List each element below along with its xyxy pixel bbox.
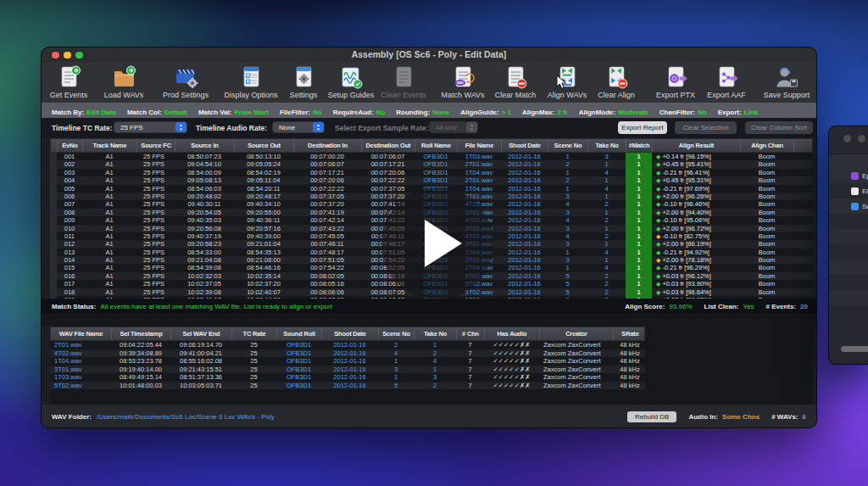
row-gutter: [50, 160, 57, 168]
row-gutter: [50, 225, 57, 232]
wav-table[interactable]: 2T01.wav09:04:22:05.4409:06:19:14.7025OF…: [50, 341, 645, 389]
column-header[interactable]: TC Rate: [232, 327, 277, 340]
event-cell: 008: [57, 209, 82, 216]
wav-row[interactable]: 1T04.wav08:53:23:23.7808:55:16:02.0825OF…: [50, 357, 645, 366]
column-header[interactable]: [51, 139, 58, 152]
wav-row[interactable]: 3T01.wav09:19:40:14.0009:21:43:15.5125OF…: [50, 366, 645, 374]
column-header[interactable]: Sound Roll: [277, 327, 322, 340]
event-cell: 09:40:30:11: [175, 200, 234, 208]
event-cell: 1: [626, 216, 652, 224]
finder-empty-row: [829, 275, 868, 290]
param-item: Export:Link: [718, 103, 758, 118]
toolbar-setup-guides-button[interactable]: Setup Guides: [321, 64, 381, 102]
finder-item[interactable]: Sc: [829, 198, 868, 214]
toolbar-load-wavs-button[interactable]: Load WAVs: [94, 64, 153, 102]
toolbar-clear-match-button[interactable]: Clear Match: [486, 64, 545, 102]
wav-cell: 09:04:22:05.44: [111, 341, 170, 349]
wav-row[interactable]: 2T01.wav09:04:22:05.4409:06:19:14.7025OF…: [50, 341, 645, 349]
finder-name-column-header[interactable]: Na: [829, 154, 868, 169]
column-header[interactable]: Destination In: [294, 139, 362, 152]
toolbar-clear-align-button[interactable]: Clear Align: [587, 64, 646, 102]
wav-row[interactable]: 1T03.wav08:49:49:15.1408:51:37:13.3625OF…: [50, 373, 645, 382]
event-cell: 001: [57, 153, 82, 160]
column-header[interactable]: Sel Timestamp: [112, 327, 171, 340]
column-header[interactable]: Track Name: [83, 139, 137, 152]
column-header[interactable]: Shoot Date: [502, 139, 548, 152]
column-header[interactable]: #Match: [626, 139, 653, 152]
event-cell: 2: [548, 160, 587, 168]
finder-empty-row: [829, 305, 868, 321]
column-header[interactable]: Creator: [540, 327, 614, 340]
toolbar-get-events-button[interactable]: Get Events: [41, 64, 98, 102]
column-header[interactable]: Scene No: [548, 139, 588, 152]
toolbar-label: Clean Events: [374, 91, 433, 99]
event-cell: 4: [548, 200, 587, 208]
column-header[interactable]: Take No: [588, 139, 626, 152]
toolbar-match-wavs-button[interactable]: WAVMatch WAVs: [433, 64, 492, 102]
event-row[interactable]: 002A125 FPS09:04:54:1009:05:05:2400:07:0…: [50, 160, 813, 168]
finder-file-list[interactable]: EpElSc: [829, 168, 868, 335]
column-header[interactable]: EvNo: [58, 139, 83, 152]
column-header[interactable]: [794, 139, 812, 152]
column-header[interactable]: SRate: [614, 327, 648, 340]
event-row[interactable]: 001A125 FPS08:50:07:2308:50:13:1000:07:0…: [50, 153, 813, 160]
wav-cell: Zaxcom ZaxConvert: [539, 357, 613, 366]
video-play-overlay[interactable]: [381, 187, 493, 299]
wav-folder-path: /Users/mark/Documents/Sc6 Loc/Scene 6 Lo…: [97, 413, 275, 421]
finder-item[interactable]: Ep: [829, 168, 868, 183]
event-cell: 1: [626, 280, 652, 288]
filler-cell: [793, 176, 813, 184]
column-header[interactable]: Source FC: [137, 139, 175, 152]
align-quality-diamond-icon: ◆: [656, 193, 660, 199]
wav-row[interactable]: 5T02.wav10:01:48:00.0310:03:05:03.7125OF…: [50, 382, 645, 390]
toolbar-save-support-button[interactable]: Save Support: [757, 64, 816, 102]
event-cell: 1: [587, 193, 626, 200]
event-cell: Boom: [740, 153, 793, 160]
export-report-button[interactable]: Export Report: [618, 121, 667, 134]
wav-cell: 09:06:19:14.70: [170, 341, 231, 349]
event-cell: 25 FPS: [136, 280, 175, 288]
column-header[interactable]: File Name: [458, 139, 502, 152]
event-row[interactable]: 004A125 FPS09:05:08:1309:05:11:0400:07:2…: [50, 176, 813, 184]
column-header[interactable]: Scene No: [379, 327, 415, 340]
column-header[interactable]: Align Result: [653, 139, 741, 152]
event-row[interactable]: 003A125 FPS08:54:00:0908:54:02:1900:07:1…: [50, 169, 813, 176]
event-table-header[interactable]: EvNoTrack NameSource FCSource InSource O…: [50, 138, 813, 153]
filler-cell: [793, 232, 813, 240]
column-header[interactable]: Roll Name: [415, 139, 458, 152]
event-cell: 00:07:06:07: [293, 160, 361, 168]
column-header[interactable]: WAV File Name: [51, 327, 112, 340]
column-header[interactable]: Take No: [415, 327, 457, 340]
clear-column-sort-button[interactable]: Clear Column Sort: [745, 121, 813, 134]
background-finder-window[interactable]: Na EpElSc: [828, 126, 868, 365]
clear-selection-button[interactable]: Clear Selection: [675, 121, 737, 134]
tc-rate-dropdown[interactable]: 25 FPS ▲▼: [114, 121, 187, 133]
titlebar[interactable]: Assembly [OS Sc6 - Poly - Edit Data]: [42, 47, 816, 62]
toolbar-export-aaf-button[interactable]: Export AAF: [697, 64, 756, 102]
column-header[interactable]: Source Out: [235, 139, 294, 152]
wav-row[interactable]: 4T02.wav09:39:34:08.8909:41:00:04.2125OF…: [50, 349, 645, 358]
toolbar-prod-settings-button[interactable]: Prod Settings: [156, 64, 215, 102]
column-header[interactable]: Shoot Date: [322, 327, 379, 340]
column-header[interactable]: Destination Out: [362, 139, 415, 152]
wav-table-side-panel: [645, 327, 813, 389]
column-header[interactable]: Has Audio: [485, 327, 540, 340]
event-cell: 25 FPS: [136, 200, 175, 208]
wav-cell: 25: [231, 357, 276, 366]
finder-item[interactable]: El: [829, 183, 868, 198]
event-cell: 1: [626, 200, 652, 208]
event-cell: 25 FPS: [136, 232, 175, 240]
align-quality-diamond-icon: ◆: [656, 226, 660, 232]
column-header[interactable]: Sel WAV End: [171, 327, 232, 340]
audio-rate-dropdown[interactable]: None ▲▼: [272, 121, 325, 133]
column-header[interactable]: # Chn: [457, 327, 485, 340]
event-cell: 003: [57, 169, 82, 176]
horizontal-scrollbar[interactable]: [841, 346, 868, 352]
rebuild-db-button[interactable]: Rebuild DB: [627, 411, 676, 422]
column-header[interactable]: Align Chan: [741, 139, 794, 152]
event-cell: A1: [82, 169, 136, 176]
toolbar-display-options-button[interactable]: Display Options: [221, 64, 281, 102]
stepper-icon: ▲▼: [175, 122, 186, 132]
wav-table-header[interactable]: WAV File NameSel TimestampSel WAV EndTC …: [50, 327, 645, 341]
column-header[interactable]: Source In: [175, 139, 235, 152]
